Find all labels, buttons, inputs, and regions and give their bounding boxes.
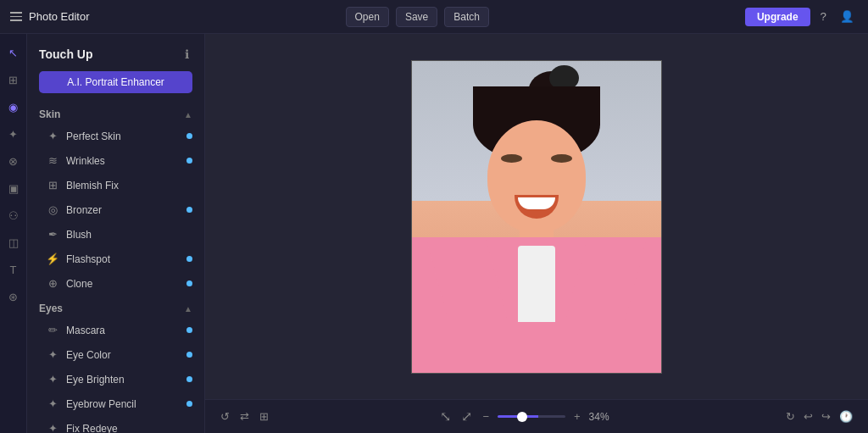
- skin-menu-item-bronzer[interactable]: ◎ Bronzer: [27, 197, 204, 222]
- bottom-right: ↻ ↩ ↪ 🕐: [784, 408, 854, 425]
- flip-icon[interactable]: ⇄: [238, 408, 251, 425]
- open-button[interactable]: Open: [346, 7, 389, 27]
- grid-icon[interactable]: ⊞: [258, 408, 270, 425]
- mascara-label: Mascara: [66, 325, 180, 336]
- mascara-icon: ✏: [46, 324, 59, 336]
- perfect-skin-icon: ✦: [46, 130, 59, 142]
- eye-color-icon: ✦: [46, 348, 59, 361]
- mask-nav-icon[interactable]: ◫: [2, 230, 25, 254]
- canvas-content[interactable]: [205, 34, 868, 399]
- clone-icon: ⊕: [46, 277, 59, 290]
- clone-label: Clone: [66, 278, 180, 290]
- zoom-out-icon[interactable]: −: [481, 408, 491, 425]
- eyes-menu-item-eyebrow-pencil[interactable]: ✦ Eyebrow Pencil: [27, 391, 204, 416]
- zoom-percentage: 34%: [589, 411, 616, 423]
- actual-size-icon[interactable]: ⤢: [459, 407, 474, 426]
- save-button[interactable]: Save: [396, 7, 437, 27]
- bronzer-dot: [186, 207, 192, 213]
- eyes-menu-item-mascara[interactable]: ✏ Mascara: [27, 318, 204, 342]
- bottom-bar: ↺ ⇄ ⊞ ⤡ ⤢ − + 34% ↻ ↩ ↪ 🕐: [205, 399, 868, 433]
- blemish-fix-label: Blemish Fix: [66, 180, 192, 192]
- frame-nav-icon[interactable]: ▣: [2, 176, 25, 200]
- layers-nav-icon[interactable]: ⊗: [2, 149, 25, 173]
- blemish-fix-icon: ⊞: [46, 179, 59, 192]
- help-icon[interactable]: ?: [817, 7, 830, 26]
- eye-color-label: Eye Color: [66, 349, 180, 361]
- people-nav-icon[interactable]: ⚇: [2, 203, 25, 227]
- menu-icon[interactable]: [10, 12, 22, 21]
- skin-section-header[interactable]: Skin ▲: [27, 102, 204, 124]
- skin-menu-item-blemish-fix[interactable]: ⊞ Blemish Fix: [27, 173, 204, 197]
- sidebar-header: Touch Up ℹ: [27, 34, 204, 71]
- skin-menu-item-clone[interactable]: ⊕ Clone: [27, 271, 204, 296]
- sidebar-title: Touch Up: [39, 47, 93, 61]
- clock-icon[interactable]: 🕐: [837, 408, 854, 425]
- skin-menu-item-flashspot[interactable]: ⚡ Flashspot: [27, 247, 204, 271]
- mascara-dot: [186, 327, 192, 333]
- perfect-skin-dot: [186, 133, 192, 139]
- skin-menu-item-blush[interactable]: ✒ Blush: [27, 222, 204, 247]
- skin-menu-item-wrinkles[interactable]: ≋ Wrinkles: [27, 148, 204, 173]
- flashspot-dot: [186, 256, 192, 262]
- eye-color-dot: [186, 352, 192, 358]
- sparkle-nav-icon[interactable]: ✦: [2, 122, 25, 146]
- eyebrow-pencil-label: Eyebrow Pencil: [66, 398, 180, 410]
- icon-nav: ↖ ⊞ ◉ ✦ ⊗ ▣ ⚇ ◫ T ⊛: [0, 34, 27, 433]
- eyes-menu-item-fix-redeye[interactable]: ✦ Fix Redeye: [27, 416, 204, 433]
- main-layout: ↖ ⊞ ◉ ✦ ⊗ ▣ ⚇ ◫ T ⊛ Touch Up ℹ A.I. Port…: [0, 34, 868, 433]
- skin-menu-item-perfect-skin[interactable]: ✦ Perfect Skin: [27, 124, 204, 148]
- fit-screen-icon[interactable]: ⤡: [438, 407, 453, 426]
- eyes-section-header[interactable]: Eyes ▲: [27, 296, 204, 318]
- perfect-skin-label: Perfect Skin: [66, 130, 180, 142]
- topbar: Photo Editor Open Save Batch Upgrade ? 👤: [0, 0, 868, 34]
- topbar-right: Upgrade ? 👤: [745, 7, 858, 26]
- photo-frame: [411, 60, 662, 374]
- ai-portrait-btn[interactable]: A.I. Portrait Enhancer: [39, 71, 192, 93]
- cursor-nav-icon[interactable]: ↖: [2, 41, 25, 64]
- topbar-center: Open Save Batch: [100, 7, 735, 27]
- bottom-left: ↺ ⇄ ⊞: [219, 408, 270, 425]
- adjust-nav-icon[interactable]: ⊞: [2, 68, 25, 92]
- user-icon[interactable]: 👤: [837, 7, 858, 26]
- skin-chevron-icon: ▲: [184, 110, 192, 119]
- canvas-area: ↺ ⇄ ⊞ ⤡ ⤢ − + 34% ↻ ↩ ↪ 🕐: [205, 34, 868, 433]
- bottom-center: ⤡ ⤢ − + 34%: [438, 407, 615, 426]
- wrinkles-icon: ≋: [46, 154, 59, 167]
- topbar-left: Photo Editor: [10, 10, 90, 23]
- blush-label: Blush: [66, 229, 192, 241]
- eyebrow-pencil-icon: ✦: [46, 397, 59, 410]
- fix-redeye-label: Fix Redeye: [66, 423, 192, 434]
- photo-placeholder: [412, 61, 661, 373]
- history-icon[interactable]: ↻: [784, 408, 797, 425]
- flashspot-icon: ⚡: [46, 253, 59, 265]
- eye-nav-icon[interactable]: ◉: [2, 95, 25, 119]
- redo-icon[interactable]: ↪: [820, 408, 832, 425]
- eye-brighten-icon: ✦: [46, 373, 59, 386]
- upgrade-button[interactable]: Upgrade: [745, 8, 810, 26]
- eye-brighten-dot: [186, 376, 192, 382]
- info-icon[interactable]: ℹ: [181, 44, 192, 64]
- clone-dot: [186, 280, 192, 286]
- wrinkles-dot: [186, 158, 192, 164]
- app-title: Photo Editor: [29, 10, 90, 23]
- fix-redeye-icon: ✦: [46, 422, 59, 433]
- sidebar: Touch Up ℹ A.I. Portrait Enhancer Skin ▲…: [27, 34, 205, 433]
- undo-icon[interactable]: ↩: [802, 408, 815, 425]
- blush-icon: ✒: [46, 228, 59, 241]
- zoom-slider[interactable]: [498, 415, 565, 418]
- flashspot-label: Flashspot: [66, 253, 180, 265]
- plugin-nav-icon[interactable]: ⊛: [2, 285, 25, 308]
- bronzer-icon: ◎: [46, 203, 59, 216]
- eyes-menu-item-eye-color[interactable]: ✦ Eye Color: [27, 342, 204, 367]
- rotate-left-icon[interactable]: ↺: [219, 408, 231, 425]
- eyes-chevron-icon: ▲: [184, 304, 192, 314]
- eyebrow-pencil-dot: [186, 401, 192, 407]
- eye-brighten-label: Eye Brighten: [66, 374, 180, 386]
- text-nav-icon[interactable]: T: [2, 258, 25, 281]
- batch-button[interactable]: Batch: [444, 7, 489, 27]
- eyes-menu-item-eye-brighten[interactable]: ✦ Eye Brighten: [27, 367, 204, 391]
- wrinkles-label: Wrinkles: [66, 155, 180, 167]
- skin-label: Skin: [39, 108, 60, 120]
- zoom-in-icon[interactable]: +: [572, 408, 582, 425]
- bronzer-label: Bronzer: [66, 204, 180, 216]
